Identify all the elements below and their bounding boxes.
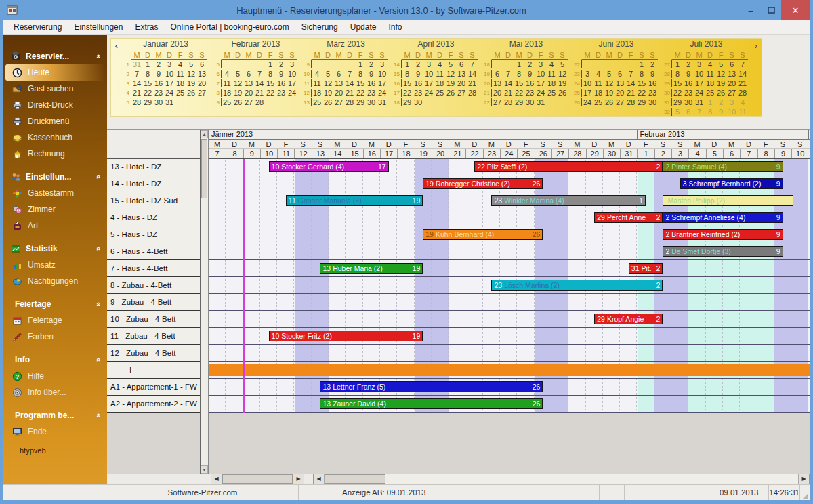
day-cell[interactable]: 11 xyxy=(222,79,232,87)
day-cell[interactable]: 16 xyxy=(276,79,287,87)
day-cell[interactable]: 30 xyxy=(524,98,535,106)
room-row[interactable]: 11 - Zubau - 4-Bett xyxy=(107,328,200,345)
day-cell[interactable]: 9 xyxy=(413,70,423,78)
day-cell[interactable]: 19 xyxy=(604,89,614,97)
day-cell[interactable]: 12 xyxy=(557,70,568,78)
day-cell[interactable]: 2 xyxy=(524,60,535,68)
timeline-day-number[interactable]: 22 xyxy=(465,149,482,158)
timeline-day-number[interactable]: 28 xyxy=(568,149,585,158)
timeline-day-number[interactable]: 14 xyxy=(329,149,346,158)
day-cell[interactable]: 22 xyxy=(402,89,413,97)
day-cell[interactable]: 27 xyxy=(196,89,207,97)
timeline-day-number[interactable]: 5 xyxy=(706,149,723,158)
day-cell[interactable]: 25 xyxy=(222,98,232,106)
day-cell[interactable]: 13 xyxy=(456,70,467,78)
day-cell[interactable]: 27 xyxy=(333,98,344,106)
resize-grip[interactable] xyxy=(800,485,810,500)
day-cell[interactable]: 14 xyxy=(625,79,636,87)
close-button[interactable]: ✕ xyxy=(781,0,810,20)
day-cell[interactable]: 29 xyxy=(355,98,366,106)
day-cell[interactable]: 20 xyxy=(456,79,467,87)
day-cell[interactable]: 29 xyxy=(402,98,413,106)
sidebar-item-art[interactable]: Art xyxy=(3,217,107,234)
reservation-bar[interactable]: 23Lösch Martina (2)2 xyxy=(491,280,663,291)
day-cell[interactable]: 7 xyxy=(694,108,705,116)
day-cell[interactable]: 7 xyxy=(344,70,355,78)
day-cell[interactable]: 5 xyxy=(557,60,568,68)
timeline-day-number[interactable]: 16 xyxy=(363,149,380,158)
day-cell[interactable]: 11 xyxy=(546,70,557,78)
day-cell[interactable]: 18 xyxy=(705,79,715,87)
day-cell[interactable]: 24 xyxy=(535,89,546,97)
chevron-up-icon[interactable]: « xyxy=(95,356,103,364)
day-cell[interactable]: 5 xyxy=(604,70,614,78)
day-cell[interactable]: 4 xyxy=(222,70,232,78)
day-cell[interactable]: 1 xyxy=(402,60,413,68)
day-cell[interactable]: 13 xyxy=(614,79,625,87)
day-cell[interactable]: 4 xyxy=(312,70,322,78)
timeline-day-number[interactable]: 23 xyxy=(483,149,500,158)
day-cell[interactable]: 6 xyxy=(456,60,467,68)
day-cell[interactable]: 1 xyxy=(514,60,524,68)
reservation-bar[interactable]: 2Schrempf Anneliese (4)9 xyxy=(663,212,783,223)
day-cell[interactable] xyxy=(593,60,604,68)
timeline-day-number[interactable]: 21 xyxy=(449,149,465,158)
day-cell[interactable]: 23 xyxy=(524,89,535,97)
day-cell[interactable]: 23 xyxy=(683,89,694,97)
minimize-button[interactable]: – xyxy=(741,3,761,18)
timeline-day-number[interactable]: 10 xyxy=(791,149,808,158)
day-cell[interactable]: 12 xyxy=(715,70,726,78)
reservation-bar[interactable]: 2Brantner Reinfried (2)9 xyxy=(663,229,783,240)
day-cell[interactable]: 14 xyxy=(737,70,748,78)
timeline-hscrollbar[interactable]: ◀ ▶ xyxy=(313,474,810,484)
day-cell[interactable]: 25 xyxy=(175,89,186,97)
day-cell[interactable] xyxy=(333,60,344,68)
day-cell[interactable]: 15 xyxy=(265,79,276,87)
day-cell[interactable]: 28 xyxy=(737,89,748,97)
day-cell[interactable]: 3 xyxy=(423,60,434,68)
day-cell[interactable]: 21 xyxy=(344,89,355,97)
day-cell[interactable]: 10 xyxy=(535,70,546,78)
day-cell[interactable] xyxy=(546,98,557,106)
day-cell[interactable] xyxy=(196,98,207,106)
day-cell[interactable]: 8 xyxy=(265,70,276,78)
menu-item-info[interactable]: Info xyxy=(382,21,408,33)
day-cell[interactable]: 17 xyxy=(694,79,705,87)
day-cell[interactable]: 22 xyxy=(636,89,647,97)
sidebar-item-nächtigungen[interactable]: Nächtigungen xyxy=(3,273,107,289)
day-cell[interactable]: 18 xyxy=(175,79,186,87)
scroll-right-icon[interactable]: ▶ xyxy=(293,474,304,484)
scroll-up-icon[interactable]: ▲ xyxy=(201,130,208,138)
day-cell[interactable]: 26 xyxy=(445,89,456,97)
timeline-day-number[interactable]: 11 xyxy=(277,149,294,158)
day-cell[interactable]: 29 xyxy=(636,98,647,106)
vertical-scroll-thumb[interactable] xyxy=(201,139,207,198)
timeline-day-number[interactable]: 10 xyxy=(260,149,277,158)
day-cell[interactable]: 3 xyxy=(164,60,175,68)
day-cell[interactable]: 30 xyxy=(153,98,164,106)
day-cell[interactable] xyxy=(467,98,478,106)
room-row[interactable]: 14 - Hotel - DZ xyxy=(107,175,200,192)
sidebar-section-info[interactable]: Info« xyxy=(3,352,107,368)
reservation-bar[interactable]: 19Kuhn Bernhard (4)26 xyxy=(423,229,543,240)
menu-item-extras[interactable]: Extras xyxy=(129,21,164,33)
day-cell[interactable]: 19 xyxy=(715,79,726,87)
day-cell[interactable] xyxy=(232,60,243,68)
sidebar-item-farben[interactable]: Farben xyxy=(3,329,107,345)
calendar-prev-icon[interactable]: ‹ xyxy=(112,39,121,115)
day-cell[interactable]: 3 xyxy=(726,98,737,106)
day-cell[interactable]: 6 xyxy=(683,108,694,116)
day-cell[interactable]: 9 xyxy=(366,70,377,78)
chevron-up-icon[interactable]: « xyxy=(95,52,103,60)
day-cell[interactable]: 2 xyxy=(683,60,694,68)
room-row[interactable]: - - - - I xyxy=(107,362,200,379)
reservation-bar[interactable]: 19Rohregger Christine (2)26 xyxy=(423,178,543,189)
menu-item-einstellungen[interactable]: Einstellungen xyxy=(68,21,129,33)
day-cell[interactable]: 15 xyxy=(514,79,524,87)
day-cell[interactable]: 31 xyxy=(131,60,142,68)
day-cell[interactable]: 19 xyxy=(232,89,243,97)
day-cell[interactable]: 15 xyxy=(142,79,153,87)
day-cell[interactable]: 6 xyxy=(243,70,254,78)
sidebar-section-reservier[interactable]: Reservier...« xyxy=(3,48,107,64)
day-cell[interactable]: 20 xyxy=(196,79,207,87)
